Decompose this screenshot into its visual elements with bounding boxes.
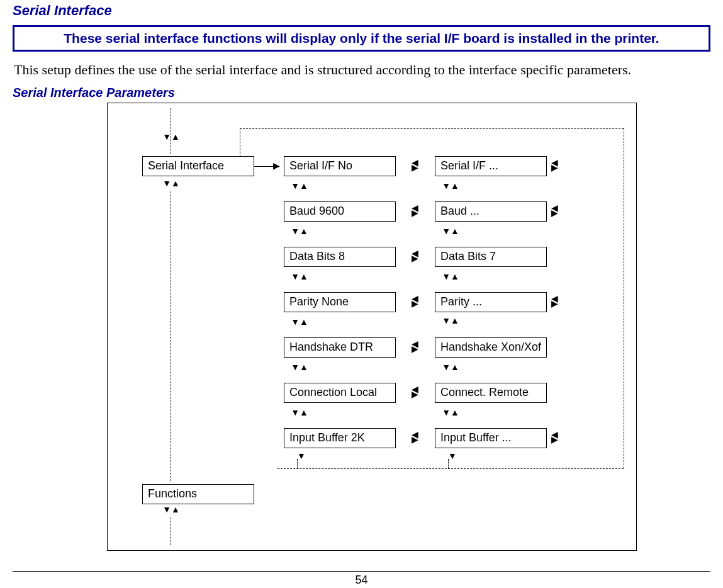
sub-heading: Serial Interface Parameters	[13, 86, 710, 100]
dashed-line	[297, 459, 298, 469]
nav-arrows-icon: ▼▲	[441, 273, 460, 280]
label: Handshake DTR	[289, 341, 373, 353]
nav-arrows-icon: ▼▲	[162, 133, 181, 140]
opt-parity-more: Parity ...	[435, 292, 547, 312]
opt-serial-if-more: Serial I/F ...	[435, 156, 547, 176]
label: Input Buffer 2K	[289, 431, 365, 444]
label: Parity ...	[440, 295, 482, 308]
nav-arrows-icon: ▼▲	[441, 183, 460, 189]
diagram-frame: ▼▲ ▼▲ ▼▲ Serial Interface Functions ▶ Se…	[107, 103, 637, 551]
opt-serial-if-no: Serial I/F No	[284, 156, 396, 176]
dashed-line	[171, 517, 171, 545]
opt-handshake-dtr: Handshake DTR	[284, 337, 396, 358]
footer-rule	[13, 571, 710, 572]
body-paragraph: This setup defines the use of the serial…	[14, 60, 709, 79]
label: Parity None	[289, 295, 349, 308]
dashed-line	[624, 128, 624, 468]
nav-arrows-icon: ◀▶	[548, 296, 561, 306]
dashed-line	[171, 191, 171, 481]
nav-arrows-icon: ▼▲	[290, 228, 309, 234]
nav-arrows-icon: ▼▲	[441, 317, 460, 324]
dashed-line	[448, 459, 449, 469]
dashed-line	[240, 128, 240, 157]
nav-arrows-icon: ▼▲	[162, 180, 181, 186]
nav-arrows-icon: ▼	[443, 453, 462, 459]
nav-arrows-icon: ▼▲	[290, 183, 309, 189]
label: Serial I/F No	[289, 159, 352, 172]
label: Baud ...	[440, 205, 479, 217]
nav-arrows-icon: ▼▲	[290, 409, 309, 416]
dashed-line	[171, 108, 171, 154]
nav-arrows-icon: ◀▶	[408, 296, 421, 306]
label: Data Bits 7	[440, 250, 496, 263]
opt-parity-none: Parity None	[284, 292, 396, 312]
nav-arrows-icon: ▼▲	[162, 506, 181, 512]
nav-arrows-icon: ◀▶	[408, 387, 421, 397]
label: Handshake Xon/Xof	[440, 341, 541, 353]
label: Connect. Remote	[440, 386, 529, 399]
section-heading: Serial Interface	[13, 3, 710, 19]
nav-arrows-icon: ◀▶	[548, 432, 561, 442]
nav-arrows-icon: ▼▲	[290, 273, 309, 280]
opt-handshake-xonxof: Handshake Xon/Xof	[435, 337, 547, 358]
nav-arrows-icon: ◀▶	[548, 205, 561, 215]
nav-arrows-icon: ▼	[292, 453, 311, 459]
opt-baud-more: Baud ...	[435, 201, 547, 222]
menu-serial-interface: Serial Interface	[142, 156, 254, 176]
nav-arrows-icon: ◀▶	[408, 160, 421, 170]
notice-text: These serial interface functions will di…	[64, 31, 659, 45]
label: Connection Local	[289, 386, 377, 399]
opt-data-bits-8: Data Bits 8	[284, 247, 396, 267]
nav-arrows-icon: ◀▶	[548, 160, 561, 170]
dashed-line	[240, 128, 624, 129]
nav-arrows-icon: ▼▲	[441, 409, 460, 416]
nav-arrows-icon: ◀▶	[408, 205, 421, 215]
nav-arrows-icon: ▼▲	[441, 228, 460, 234]
label: Serial Interface	[148, 159, 224, 172]
nav-arrows-icon: ▼▲	[290, 364, 309, 370]
label: Functions	[148, 487, 197, 500]
opt-connection-local: Connection Local	[284, 383, 396, 403]
nav-arrows-icon: ◀▶	[408, 341, 421, 351]
opt-baud-9600: Baud 9600	[284, 201, 396, 222]
menu-functions: Functions	[142, 484, 254, 504]
label: Data Bits 8	[289, 250, 345, 263]
opt-input-buffer-2k: Input Buffer 2K	[284, 428, 396, 448]
label: Input Buffer ...	[440, 431, 512, 444]
opt-input-buffer-more: Input Buffer ...	[435, 428, 547, 448]
arrow-right-icon: ▶	[273, 161, 280, 171]
opt-connect-remote: Connect. Remote	[435, 383, 547, 403]
notice-box: These serial interface functions will di…	[13, 25, 710, 52]
nav-arrows-icon: ▼▲	[441, 364, 460, 370]
opt-data-bits-7: Data Bits 7	[435, 247, 547, 267]
label: Serial I/F ...	[440, 159, 498, 172]
nav-arrows-icon: ◀▶	[408, 432, 421, 442]
nav-arrows-icon: ▼▲	[290, 319, 309, 325]
page-number: 54	[0, 574, 723, 587]
dashed-line	[277, 468, 624, 469]
nav-arrows-icon: ◀▶	[408, 251, 421, 261]
label: Baud 9600	[289, 205, 344, 217]
